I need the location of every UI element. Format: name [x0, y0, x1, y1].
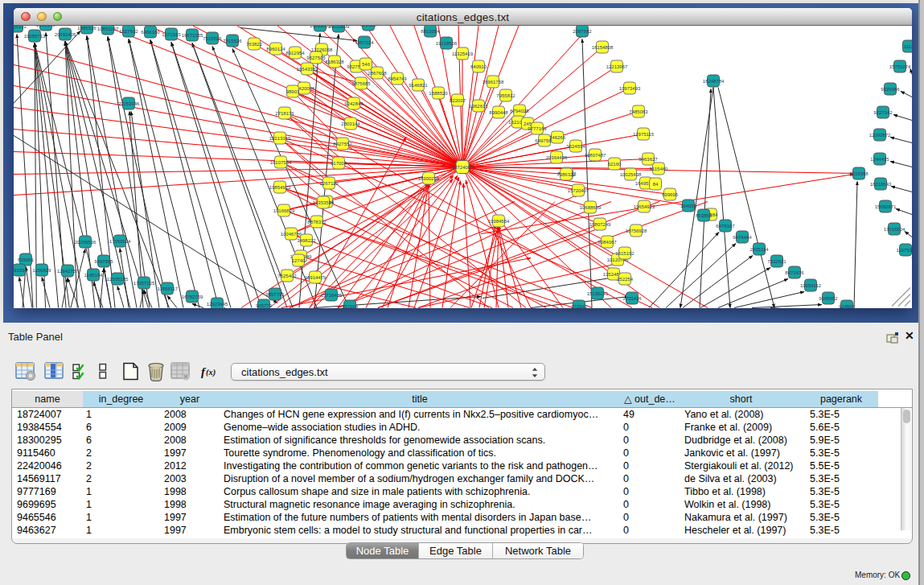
svg-text:19384554: 19384554: [488, 218, 510, 223]
svg-text:18724007: 18724007: [452, 165, 474, 170]
svg-text:917004: 917004: [331, 160, 347, 165]
svg-text:8878332: 8878332: [307, 219, 326, 224]
svg-text:16033809: 16033809: [328, 26, 350, 29]
svg-text:10046786: 10046786: [281, 231, 302, 236]
svg-text:9242848: 9242848: [344, 101, 363, 105]
svg-text:10853267: 10853267: [97, 26, 119, 31]
svg-text:84: 84: [653, 181, 659, 186]
svg-text:252254: 252254: [617, 276, 634, 281]
svg-text:1071915: 1071915: [162, 31, 181, 36]
svg-text:1156829: 1156829: [33, 267, 52, 272]
svg-text:924565: 924565: [839, 303, 856, 307]
svg-text:10688609: 10688609: [580, 204, 602, 209]
svg-text:9227342: 9227342: [873, 109, 893, 114]
svg-text:16782759: 16782759: [182, 294, 203, 299]
svg-text:98901: 98901: [286, 89, 300, 93]
svg-text:763822: 763822: [246, 41, 263, 46]
svg-text:15692971: 15692971: [875, 204, 897, 208]
svg-text:7955812: 7955812: [496, 93, 515, 97]
svg-text:16154808: 16154808: [592, 44, 614, 49]
svg-text:8813054: 8813054: [421, 28, 440, 33]
svg-text:17957225: 17957225: [133, 280, 155, 285]
svg-text:391591: 391591: [14, 267, 28, 272]
svg-text:9329966: 9329966: [881, 86, 900, 91]
svg-text:546: 546: [362, 61, 371, 66]
svg-text:9115460: 9115460: [650, 166, 669, 171]
svg-text:11325419: 11325419: [452, 51, 474, 56]
svg-text:3875685: 3875685: [351, 80, 371, 85]
svg-text:1112: 1112: [904, 43, 912, 48]
svg-text:2935114: 2935114: [750, 246, 770, 251]
svg-text:10958117: 10958117: [157, 286, 179, 290]
svg-text:12213967: 12213967: [606, 64, 628, 68]
svg-text:19166829: 19166829: [273, 208, 295, 212]
svg-text:29053346: 29053346: [118, 101, 140, 105]
svg-text:1588520: 1588520: [429, 90, 448, 95]
svg-text:15136141: 15136141: [587, 290, 609, 295]
svg-text:15720407: 15720407: [568, 187, 589, 192]
svg-text:17359924: 17359924: [109, 238, 131, 243]
svg-text:12740: 12740: [292, 257, 306, 262]
svg-text:3624554: 3624554: [566, 143, 585, 148]
svg-text:12505135: 12505135: [107, 276, 129, 281]
svg-text:7515526: 7515526: [223, 38, 242, 43]
svg-text:2087682: 2087682: [573, 28, 592, 33]
svg-text:10654112: 10654112: [800, 282, 822, 287]
svg-text:1167531: 1167531: [897, 247, 912, 252]
svg-text:(x): (x): [206, 368, 216, 377]
svg-text:840910: 840910: [470, 64, 487, 68]
svg-text:17016504: 17016504: [884, 226, 906, 231]
svg-text:8186328: 8186328: [325, 59, 344, 64]
svg-text:9146821: 9146821: [409, 82, 428, 87]
svg-text:965779: 965779: [256, 303, 273, 307]
svg-text:822037: 822037: [450, 97, 466, 102]
svg-text:6479197: 6479197: [716, 223, 735, 228]
svg-text:19654923: 19654923: [634, 204, 655, 208]
svg-text:19055713: 19055713: [24, 33, 46, 38]
svg-text:10973493: 10973493: [619, 85, 641, 90]
svg-text:8427552: 8427552: [333, 141, 352, 146]
svg-text:15716485: 15716485: [321, 292, 343, 297]
svg-text:16248784: 16248784: [703, 78, 725, 83]
svg-text:9857791: 9857791: [265, 291, 285, 296]
svg-text:6794028: 6794028: [510, 108, 529, 113]
svg-text:10807487: 10807487: [585, 152, 606, 157]
svg-text:10756928: 10756928: [626, 228, 647, 233]
svg-text:2867608: 2867608: [368, 70, 387, 75]
svg-text:8990448: 8990448: [489, 109, 508, 114]
svg-text:1615192: 1615192: [615, 250, 634, 255]
svg-text:885322: 885322: [360, 26, 377, 27]
svg-text:7632621: 7632621: [767, 258, 786, 263]
svg-text:157164: 157164: [342, 303, 359, 307]
svg-text:6466160: 6466160: [141, 29, 160, 34]
svg-text:164095: 164095: [680, 203, 697, 208]
svg-text:16914479: 16914479: [305, 274, 326, 279]
svg-text:9084067: 9084067: [598, 239, 617, 244]
svg-text:7386322: 7386322: [556, 171, 576, 176]
svg-text:16961758: 16961758: [483, 79, 504, 84]
svg-text:16671355: 16671355: [182, 32, 203, 37]
svg-text:16543382: 16543382: [297, 66, 318, 71]
svg-text:20206536: 20206536: [75, 239, 97, 244]
svg-text:1733426: 1733426: [622, 295, 642, 300]
svg-text:2803144: 2803144: [341, 121, 360, 126]
svg-text:893858: 893858: [696, 212, 713, 217]
svg-text:1905571: 1905571: [14, 26, 27, 29]
svg-text:9245652: 9245652: [819, 295, 838, 300]
svg-text:18807249: 18807249: [589, 221, 611, 226]
svg-text:20691406: 20691406: [55, 31, 76, 36]
svg-text:1527602: 1527602: [119, 28, 138, 33]
svg-text:2718176: 2718176: [275, 110, 294, 115]
svg-text:3267110: 3267110: [320, 180, 339, 185]
svg-text:9463627: 9463627: [639, 156, 658, 161]
svg-text:8471676: 8471676: [785, 270, 804, 274]
svg-text:15751074: 15751074: [889, 64, 911, 68]
svg-text:20364436: 20364436: [546, 154, 568, 159]
svg-text:835081: 835081: [18, 257, 35, 262]
svg-text:7485063: 7485063: [629, 109, 648, 113]
svg-text:12942757: 12942757: [57, 268, 79, 273]
svg-text:9777169: 9777169: [528, 126, 547, 130]
svg-text:746266: 746266: [549, 134, 566, 139]
svg-text:8215958: 8215958: [849, 171, 869, 175]
svg-text:7625402: 7625402: [277, 273, 297, 278]
